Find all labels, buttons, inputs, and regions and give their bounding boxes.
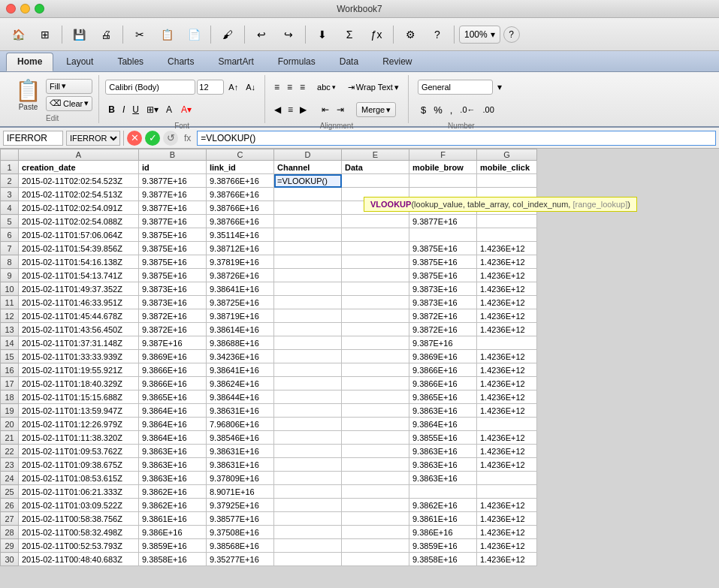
cell-E19[interactable]: [342, 404, 409, 418]
cell-A26[interactable]: 2015-02-11T01:03:09.522Z: [19, 499, 139, 512]
cell-D6[interactable]: [274, 228, 342, 242]
new-button[interactable]: 🏠: [6, 23, 30, 47]
cell-G26[interactable]: 1.4236E+12: [477, 499, 537, 512]
cell-E26[interactable]: [342, 499, 409, 512]
cell-B17[interactable]: 9.3866E+16: [139, 377, 207, 390]
cell-F8[interactable]: 9.3875E+16: [409, 255, 477, 269]
cell-B10[interactable]: 9.3873E+16: [139, 282, 207, 296]
cell-C23[interactable]: 9.38631E+16: [207, 458, 274, 472]
cell-G1[interactable]: mobile_click: [477, 161, 537, 174]
cell-C13[interactable]: 9.38614E+16: [207, 323, 274, 336]
cell-E27[interactable]: [342, 512, 409, 526]
paste-button[interactable]: 📋 Paste: [12, 77, 44, 113]
cell-F20[interactable]: 9.3864E+16: [409, 418, 477, 431]
cell-G16[interactable]: 1.4236E+12: [477, 363, 537, 377]
cell-A15[interactable]: 2015-02-11T01:33:33.939Z: [19, 350, 139, 363]
cell-B26[interactable]: 9.3862E+16: [139, 499, 207, 512]
align-left-button[interactable]: ◀: [271, 99, 284, 120]
cell-A29[interactable]: 2015-02-11T00:52:53.793Z: [19, 539, 139, 553]
cell-E17[interactable]: [342, 377, 409, 390]
cell-D27[interactable]: [274, 512, 342, 526]
cell-F3[interactable]: [409, 188, 477, 201]
cell-F28[interactable]: 9.386E+16: [409, 526, 477, 539]
cell-E22[interactable]: [342, 445, 409, 458]
cell-C26[interactable]: 9.37925E+16: [207, 499, 274, 512]
cell-C30[interactable]: 9.35277E+16: [207, 553, 274, 566]
cell-A16[interactable]: 2015-02-11T01:19:55.921Z: [19, 363, 139, 377]
font-color-button[interactable]: A▾: [178, 99, 195, 120]
cell-B23[interactable]: 9.3863E+16: [139, 458, 207, 472]
help-circle-button[interactable]: ?: [503, 26, 520, 43]
cell-D7[interactable]: [274, 242, 342, 255]
comma-button[interactable]: ,: [447, 99, 456, 120]
cell-C1[interactable]: link_id: [207, 161, 274, 174]
function-button[interactable]: ƒx: [364, 23, 388, 47]
align-right-button[interactable]: ▶: [297, 99, 310, 120]
tab-charts[interactable]: Charts: [156, 53, 205, 71]
col-header-F[interactable]: F: [409, 149, 477, 161]
cell-E3[interactable]: [342, 188, 409, 201]
cell-G2[interactable]: [477, 174, 537, 188]
cell-A25[interactable]: 2015-02-11T01:06:21.333Z: [19, 485, 139, 499]
cell-B28[interactable]: 9.386E+16: [139, 526, 207, 539]
underline-button[interactable]: U: [129, 99, 142, 120]
cell-C29[interactable]: 9.38568E+16: [207, 539, 274, 553]
cell-B11[interactable]: 9.3873E+16: [139, 296, 207, 309]
cell-G23[interactable]: 1.4236E+12: [477, 458, 537, 472]
cell-A11[interactable]: 2015-02-11T01:46:33.951Z: [19, 296, 139, 309]
cell-F17[interactable]: 9.3866E+16: [409, 377, 477, 390]
formula-accept-button[interactable]: ✓: [145, 131, 160, 146]
decrease-indent-button[interactable]: ⇤: [319, 99, 332, 120]
cell-B5[interactable]: 9.3877E+16: [139, 215, 207, 228]
font-size-up-button[interactable]: A↑: [225, 77, 241, 98]
cell-D9[interactable]: [274, 269, 342, 282]
cell-E21[interactable]: [342, 431, 409, 445]
format-button[interactable]: ⚙: [398, 23, 422, 47]
cell-C10[interactable]: 9.38641E+16: [207, 282, 274, 296]
cell-A21[interactable]: 2015-02-11T01:11:38.320Z: [19, 431, 139, 445]
cell-D11[interactable]: [274, 296, 342, 309]
cell-G24[interactable]: [477, 472, 537, 485]
cell-C16[interactable]: 9.38641E+16: [207, 363, 274, 377]
cell-A30[interactable]: 2015-02-11T00:48:40.683Z: [19, 553, 139, 566]
cell-F19[interactable]: 9.3863E+16: [409, 404, 477, 418]
cell-E11[interactable]: [342, 296, 409, 309]
cell-A27[interactable]: 2015-02-11T00:58:38.756Z: [19, 512, 139, 526]
cell-E18[interactable]: [342, 390, 409, 404]
align-center-button[interactable]: ≡: [285, 99, 296, 120]
cell-B24[interactable]: 9.3863E+16: [139, 472, 207, 485]
cell-G21[interactable]: 1.4236E+12: [477, 431, 537, 445]
cell-B9[interactable]: 9.3875E+16: [139, 269, 207, 282]
cell-C18[interactable]: 9.38644E+16: [207, 390, 274, 404]
sort-button[interactable]: ⬇: [310, 23, 334, 47]
zoom-control[interactable]: 100% ▾: [459, 26, 500, 44]
cell-C24[interactable]: 9.37809E+16: [207, 472, 274, 485]
align-top-center-button[interactable]: ≡: [284, 77, 295, 98]
cell-F30[interactable]: 9.3858E+16: [409, 553, 477, 566]
tab-tables[interactable]: Tables: [106, 53, 155, 71]
cell-B12[interactable]: 9.3872E+16: [139, 309, 207, 323]
cell-D20[interactable]: [274, 418, 342, 431]
cell-A7[interactable]: 2015-02-11T01:54:39.856Z: [19, 242, 139, 255]
print-button[interactable]: 🖨: [94, 23, 118, 47]
cell-G28[interactable]: 1.4236E+12: [477, 526, 537, 539]
cell-G25[interactable]: [477, 485, 537, 499]
cell-C12[interactable]: 9.38719E+16: [207, 309, 274, 323]
cell-E7[interactable]: [342, 242, 409, 255]
cell-B27[interactable]: 9.3861E+16: [139, 512, 207, 526]
undo-button[interactable]: ↩: [249, 23, 273, 47]
fill-button[interactable]: Fill ▾: [46, 79, 92, 94]
col-header-D[interactable]: D: [274, 149, 342, 161]
cell-B25[interactable]: 9.3862E+16: [139, 485, 207, 499]
cell-C7[interactable]: 9.38712E+16: [207, 242, 274, 255]
cell-F16[interactable]: 9.3866E+16: [409, 363, 477, 377]
col-header-E[interactable]: E: [342, 149, 409, 161]
cell-D26[interactable]: [274, 499, 342, 512]
cell-G9[interactable]: 1.4236E+12: [477, 269, 537, 282]
clear-button[interactable]: ⌫ Clear ▾: [46, 96, 92, 111]
cell-D21[interactable]: [274, 431, 342, 445]
cell-G18[interactable]: 1.4236E+12: [477, 390, 537, 404]
spreadsheet[interactable]: A B C D E F G 1 creation_date id link_id…: [0, 149, 719, 588]
cell-D14[interactable]: [274, 336, 342, 350]
font-size-down-button[interactable]: A↓: [243, 77, 258, 98]
